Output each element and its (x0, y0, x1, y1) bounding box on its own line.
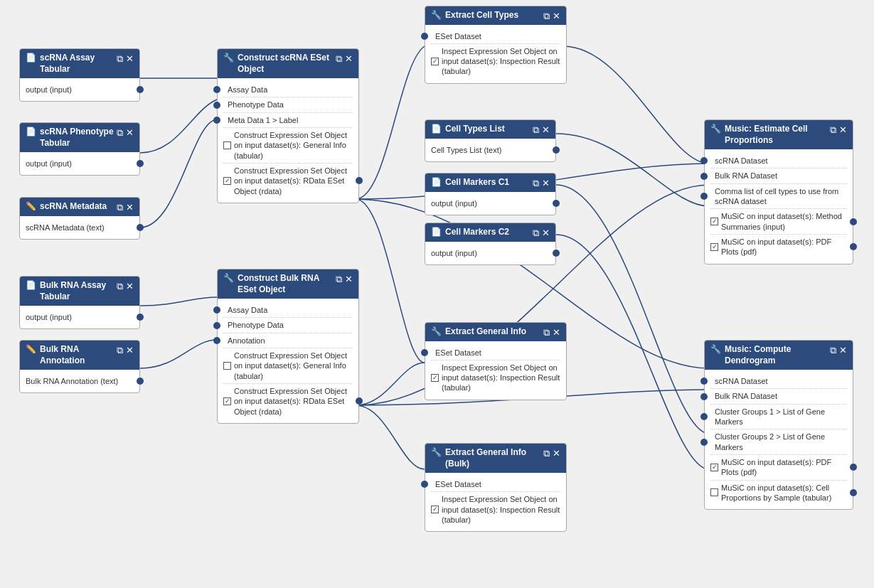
left-port[interactable] (700, 193, 708, 200)
left-port[interactable] (213, 117, 220, 124)
right-port[interactable] (137, 86, 144, 93)
node-scrna-phenotype: 📄 scRNA Phenotype Tabular ⧉ ✕ output (in… (19, 122, 140, 176)
left-port[interactable] (213, 102, 220, 109)
close-icon[interactable]: ✕ (126, 282, 134, 291)
right-port[interactable] (850, 243, 857, 250)
copy-icon[interactable]: ⧉ (533, 228, 539, 237)
checkbox[interactable] (223, 362, 231, 370)
right-port[interactable] (553, 250, 560, 257)
left-port[interactable] (421, 349, 428, 356)
left-port[interactable] (700, 393, 708, 400)
checkbox[interactable] (431, 374, 439, 382)
right-port[interactable] (553, 200, 560, 207)
node-cell-markers-c2-title: Cell Markers C2 (445, 227, 509, 238)
close-icon[interactable]: ✕ (345, 274, 353, 284)
right-port[interactable] (137, 224, 144, 231)
node-extract-general-info: 🔧 Extract General Info ⧉ ✕ ESet Dataset … (425, 322, 567, 400)
right-port[interactable] (356, 177, 363, 184)
close-icon[interactable]: ✕ (542, 125, 550, 134)
checkbox[interactable] (223, 177, 231, 185)
node-bulk-rna-assay-title: Bulk RNA Assay Tabular (40, 280, 114, 302)
copy-icon[interactable]: ⧉ (533, 125, 539, 134)
file-icon: 📄 (431, 227, 442, 238)
node-row: scRNA Dataset (710, 374, 847, 389)
checkbox[interactable] (431, 58, 439, 65)
right-port[interactable] (137, 378, 144, 385)
checkbox[interactable] (710, 488, 718, 496)
left-port[interactable] (700, 157, 708, 164)
copy-icon[interactable]: ⧉ (336, 54, 342, 63)
copy-icon[interactable]: ⧉ (117, 203, 123, 212)
copy-icon[interactable]: ⧉ (336, 274, 342, 284)
right-port[interactable] (137, 314, 144, 321)
left-port[interactable] (700, 173, 708, 180)
copy-icon[interactable]: ⧉ (117, 282, 123, 291)
copy-icon[interactable]: ⧉ (533, 178, 539, 188)
node-construct-scrna-header: 🔧 Construct scRNA ESet Object ⧉ ✕ (218, 49, 358, 78)
pencil-icon: ✏️ (26, 201, 36, 213)
close-icon[interactable]: ✕ (553, 11, 560, 21)
node-scrna-assay-title: scRNA Assay Tabular (40, 53, 114, 75)
node-row: output (input) (431, 196, 550, 210)
left-port[interactable] (700, 413, 708, 420)
checkbox[interactable] (710, 218, 718, 225)
copy-icon[interactable]: ⧉ (117, 128, 123, 137)
close-icon[interactable]: ✕ (126, 203, 134, 212)
node-construct-scrna-title: Construct scRNA ESet Object (238, 53, 333, 75)
checkbox[interactable] (223, 397, 231, 405)
right-port[interactable] (850, 464, 857, 471)
copy-icon[interactable]: ⧉ (543, 449, 550, 458)
right-port[interactable] (850, 489, 857, 496)
right-port[interactable] (137, 160, 144, 167)
node-row: Construct Expression Set Object on input… (223, 164, 353, 198)
close-icon[interactable]: ✕ (542, 228, 550, 237)
copy-icon[interactable]: ⧉ (543, 328, 550, 337)
copy-icon[interactable]: ⧉ (117, 346, 123, 355)
right-port[interactable] (850, 218, 857, 225)
node-row: Bulk RNA Dataset (710, 169, 847, 183)
node-extract-general-info-bulk-header: 🔧 Extract General Info (Bulk) ⧉ ✕ (425, 444, 566, 473)
wrench-icon: 🔧 (431, 447, 442, 459)
node-scrna-assay-header: 📄 scRNA Assay Tabular ⧉ ✕ (20, 49, 139, 78)
close-icon[interactable]: ✕ (839, 346, 847, 355)
copy-icon[interactable]: ⧉ (117, 54, 123, 63)
node-extract-general-info-bulk-title: Extract General Info (Bulk) (445, 447, 540, 469)
right-port[interactable] (553, 146, 560, 154)
left-port[interactable] (213, 306, 220, 314)
left-port[interactable] (213, 337, 220, 344)
left-port[interactable] (700, 378, 708, 385)
checkbox[interactable] (710, 464, 718, 471)
node-row: ESet Dataset (431, 29, 560, 44)
wrench-icon: 🔧 (710, 344, 721, 356)
close-icon[interactable]: ✕ (126, 128, 134, 137)
close-icon[interactable]: ✕ (126, 54, 134, 63)
checkbox[interactable] (431, 506, 439, 513)
wrench-icon: 🔧 (223, 53, 234, 64)
node-row: output (input) (26, 156, 134, 171)
right-port[interactable] (356, 397, 363, 405)
left-port[interactable] (421, 481, 428, 488)
copy-icon[interactable]: ⧉ (830, 346, 836, 355)
node-construct-bulk-header: 🔧 Construct Bulk RNA ESet Object ⧉ ✕ (218, 269, 358, 299)
left-port[interactable] (700, 439, 708, 446)
node-row: Assay Data (223, 82, 353, 97)
node-scrna-metadata: ✏️ scRNA Metadata ⧉ ✕ scRNA Metadata (te… (19, 197, 140, 240)
close-icon[interactable]: ✕ (126, 346, 134, 355)
node-row: Cell Types List (text) (431, 143, 550, 157)
wrench-icon: 🔧 (431, 326, 442, 338)
checkbox[interactable] (710, 243, 718, 251)
node-row: ESet Dataset (431, 477, 560, 492)
copy-icon[interactable]: ⧉ (830, 125, 836, 134)
left-port[interactable] (213, 86, 220, 93)
close-icon[interactable]: ✕ (542, 178, 550, 188)
left-port[interactable] (213, 322, 220, 329)
node-row: Cluster Groups 1 > List of Gene Markers (710, 405, 847, 430)
checkbox[interactable] (223, 141, 231, 149)
left-port[interactable] (421, 33, 428, 40)
close-icon[interactable]: ✕ (345, 54, 353, 63)
file-icon: 📄 (431, 177, 442, 188)
close-icon[interactable]: ✕ (553, 328, 560, 337)
close-icon[interactable]: ✕ (839, 125, 847, 134)
close-icon[interactable]: ✕ (553, 449, 560, 458)
copy-icon[interactable]: ⧉ (543, 11, 550, 21)
